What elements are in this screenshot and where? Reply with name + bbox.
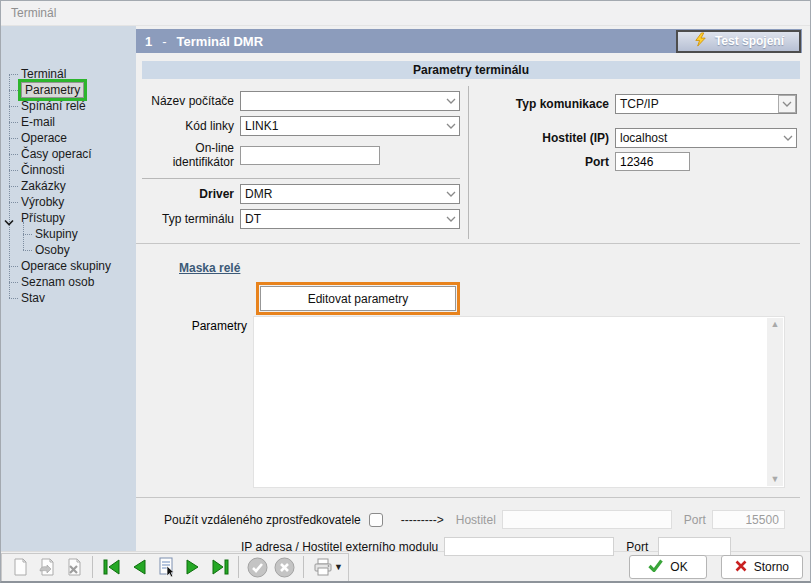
- ok-button[interactable]: OK: [629, 555, 706, 579]
- test-connection-button[interactable]: Test spojení: [676, 30, 801, 53]
- record-title: Terminál DMR: [177, 34, 263, 49]
- annotation-box-green: Parametry: [21, 82, 84, 98]
- remote-host-input: [502, 510, 672, 529]
- use-remote-broker-label: Použít vzdáleného zprostředkovatele: [164, 513, 361, 527]
- section-header: Parametry terminálu: [142, 61, 800, 79]
- terminal-type-combo[interactable]: DT: [240, 209, 460, 229]
- new-record-icon: [9, 556, 31, 578]
- sidebar-item-cinnosti[interactable]: Činnosti: [1, 162, 136, 178]
- sidebar-item-terminal[interactable]: Terminál: [1, 66, 136, 82]
- sidebar-item-vyrobky[interactable]: Výrobky: [1, 194, 136, 210]
- record-header: 1 - Terminál DMR Test spojení: [136, 29, 802, 53]
- edit-parameters-button[interactable]: Editovat parametry: [260, 286, 456, 311]
- storno-button[interactable]: Storno: [721, 555, 803, 579]
- sidebar-tree: Terminál Parametry Spínání relé E-mail O…: [1, 26, 136, 306]
- terminal-type-label: Typ terminálu: [142, 212, 234, 226]
- external-module-port-label: Port: [626, 540, 648, 554]
- toolbar-separator: [238, 556, 239, 578]
- print-button[interactable]: [310, 555, 335, 580]
- online-identifier-input[interactable]: [240, 146, 380, 165]
- x-icon: [735, 560, 747, 575]
- relay-mask-link[interactable]: Maska relé: [179, 261, 240, 275]
- driver-label: Driver: [142, 187, 234, 201]
- remote-divider: [136, 497, 800, 498]
- sidebar-item-email[interactable]: E-mail: [1, 114, 136, 130]
- new-record-button[interactable]: [7, 555, 32, 580]
- delete-record-button[interactable]: [61, 555, 86, 580]
- next-record-icon: [181, 555, 205, 579]
- sidebar-item-casy-operaci[interactable]: Časy operací: [1, 146, 136, 162]
- record-separator: -: [162, 34, 166, 49]
- delete-record-icon: [63, 556, 85, 578]
- remote-host-label: Hostitel: [456, 513, 496, 527]
- first-record-button[interactable]: [99, 555, 124, 580]
- edit-record-icon: [36, 556, 58, 578]
- last-record-icon: [208, 555, 232, 579]
- window-title: Terminál: [1, 1, 810, 26]
- external-module-host-input[interactable]: [444, 537, 614, 556]
- external-module-label: IP adresa / Hostitel externího modulu: [241, 540, 438, 554]
- sidebar-item-stav[interactable]: Stav: [1, 290, 136, 306]
- communication-type-combo[interactable]: TCP/IP: [615, 94, 797, 114]
- form-column-left: Název počítače Kód linky LINK1: [136, 86, 469, 239]
- chevron-down-icon[interactable]: [780, 129, 796, 147]
- sidebar-item-operace-skupiny[interactable]: Operace skupiny: [1, 258, 136, 274]
- sidebar-item-seznam-osob[interactable]: Seznam osob: [1, 274, 136, 290]
- window-body: Terminál Parametry Spínání relé E-mail O…: [1, 26, 810, 551]
- chevron-down-icon[interactable]: [443, 92, 459, 110]
- next-record-button[interactable]: [180, 555, 205, 580]
- form-top: Název počítače Kód linky LINK1: [136, 79, 802, 239]
- sidebar: Terminál Parametry Spínání relé E-mail O…: [1, 26, 136, 551]
- external-module-port-input[interactable]: [658, 537, 731, 556]
- chevron-down-icon[interactable]: [778, 95, 796, 113]
- parameters-label: Parametry: [136, 316, 253, 488]
- sidebar-item-skupiny[interactable]: Skupiny: [1, 226, 136, 242]
- driver-combo[interactable]: DMR: [240, 184, 460, 204]
- print-icon: [311, 555, 335, 579]
- sidebar-item-zakazky[interactable]: Zakázky: [1, 178, 136, 194]
- sidebar-item-operace[interactable]: Operace: [1, 130, 136, 146]
- terminal-window: Terminál Terminál Parametry Spínání relé…: [0, 0, 811, 583]
- line-code-combo[interactable]: LINK1: [240, 116, 460, 136]
- edit-record-button[interactable]: [34, 555, 59, 580]
- host-ip-combo[interactable]: localhost: [615, 128, 797, 148]
- chevron-down-icon[interactable]: [443, 185, 459, 203]
- browse-records-icon: [154, 555, 178, 579]
- accept-icon: [246, 556, 269, 579]
- line-code-label: Kód linky: [142, 119, 234, 133]
- chevron-down-icon[interactable]: [443, 210, 459, 228]
- scroll-down-icon[interactable]: ▼: [771, 475, 780, 484]
- cancel-button[interactable]: [272, 555, 297, 580]
- port-input[interactable]: [615, 152, 690, 171]
- annotation-box-orange: Editovat parametry: [256, 282, 460, 315]
- browse-records-button[interactable]: [153, 555, 178, 580]
- use-remote-broker-checkbox[interactable]: [369, 513, 383, 527]
- previous-record-button[interactable]: [126, 555, 151, 580]
- main-panel: 1 - Terminál DMR Test spojení Parametry …: [136, 26, 810, 551]
- remote-port-label: Port: [684, 513, 706, 527]
- sidebar-item-spinani-rele[interactable]: Spínání relé: [1, 98, 136, 114]
- chevron-down-icon[interactable]: [443, 117, 459, 135]
- toolbar-separator: [92, 556, 93, 578]
- remote-broker-row: Použít vzdáleného zprostředkovatele ----…: [136, 510, 802, 529]
- host-ip-label: Hostitel (IP): [477, 131, 609, 145]
- sidebar-item-parametry[interactable]: Parametry: [1, 82, 136, 98]
- vertical-scrollbar[interactable]: ▲ ▼: [767, 318, 783, 486]
- sidebar-item-pristupy[interactable]: Přístupy: [1, 210, 136, 226]
- print-dropdown-caret-icon[interactable]: ▼: [334, 562, 343, 572]
- record-toolbar-group: ▼: [1, 553, 349, 582]
- parameters-row: Parametry ▲ ▼: [136, 316, 802, 488]
- parameters-textarea[interactable]: ▲ ▼: [253, 316, 785, 488]
- computer-name-combo[interactable]: [240, 91, 460, 111]
- sidebar-item-osoby[interactable]: Osoby: [1, 242, 136, 258]
- cancel-icon: [273, 556, 296, 579]
- accept-button[interactable]: [245, 555, 270, 580]
- last-record-button[interactable]: [207, 555, 232, 580]
- arrow-text: --------->: [401, 513, 444, 527]
- lightning-icon: [693, 32, 708, 50]
- computer-name-label: Název počítače: [142, 94, 234, 108]
- port-label: Port: [477, 155, 609, 169]
- form-separator: [142, 178, 460, 179]
- form-column-right: Typ komunikace TCP/IP Hostitel (IP) loca…: [469, 86, 802, 239]
- scroll-up-icon[interactable]: ▲: [771, 320, 780, 329]
